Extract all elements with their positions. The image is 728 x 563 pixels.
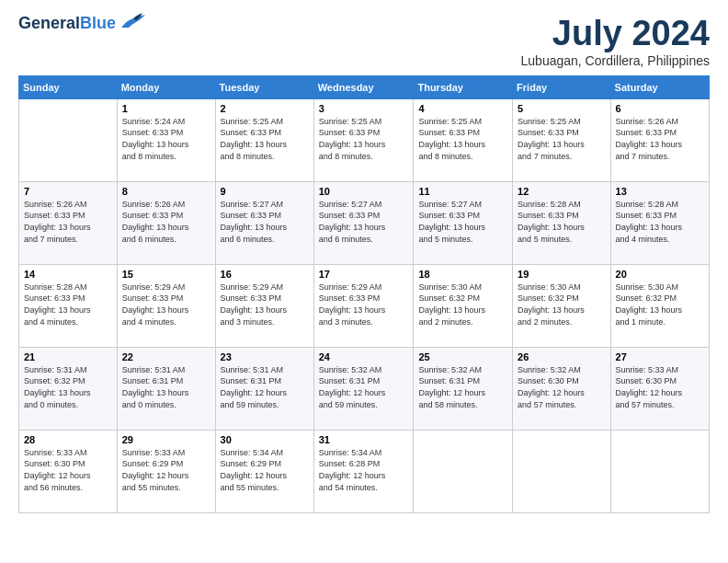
day-info: Sunrise: 5:34 AM Sunset: 6:28 PM Dayligh… <box>319 447 409 493</box>
calendar-body: 1Sunrise: 5:24 AM Sunset: 6:33 PM Daylig… <box>19 98 710 512</box>
calendar-cell: 25Sunrise: 5:32 AM Sunset: 6:31 PM Dayli… <box>414 347 513 430</box>
day-number: 30 <box>221 434 309 445</box>
calendar-cell: 22Sunrise: 5:31 AM Sunset: 6:31 PM Dayli… <box>117 347 215 430</box>
day-info: Sunrise: 5:31 AM Sunset: 6:31 PM Dayligh… <box>122 364 210 410</box>
logo-bird-icon <box>119 11 147 31</box>
calendar-cell: 10Sunrise: 5:27 AM Sunset: 6:33 PM Dayli… <box>313 181 414 264</box>
calendar-cell: 20Sunrise: 5:30 AM Sunset: 6:32 PM Dayli… <box>610 264 709 347</box>
calendar-cell <box>19 98 118 181</box>
calendar-cell: 9Sunrise: 5:27 AM Sunset: 6:33 PM Daylig… <box>215 181 313 264</box>
day-number: 28 <box>24 434 112 445</box>
day-info: Sunrise: 5:25 AM Sunset: 6:33 PM Dayligh… <box>518 116 605 162</box>
calendar-header: SundayMondayTuesdayWednesdayThursdayFrid… <box>19 75 710 98</box>
calendar-table: SundayMondayTuesdayWednesdayThursdayFrid… <box>18 75 710 513</box>
calendar-cell: 12Sunrise: 5:28 AM Sunset: 6:33 PM Dayli… <box>513 181 610 264</box>
header-row: SundayMondayTuesdayWednesdayThursdayFrid… <box>19 75 710 98</box>
calendar-week-3: 21Sunrise: 5:31 AM Sunset: 6:32 PM Dayli… <box>19 347 710 430</box>
calendar-cell: 21Sunrise: 5:31 AM Sunset: 6:32 PM Dayli… <box>19 347 118 430</box>
day-number: 5 <box>518 103 605 114</box>
main-title: July 2024 <box>521 15 710 53</box>
header-cell-sunday: Sunday <box>19 75 118 98</box>
calendar-cell <box>610 430 709 512</box>
day-info: Sunrise: 5:27 AM Sunset: 6:33 PM Dayligh… <box>221 199 309 245</box>
calendar-cell: 18Sunrise: 5:30 AM Sunset: 6:32 PM Dayli… <box>414 264 513 347</box>
header-cell-saturday: Saturday <box>610 75 709 98</box>
calendar-cell <box>414 430 513 512</box>
calendar-cell: 6Sunrise: 5:26 AM Sunset: 6:33 PM Daylig… <box>610 98 709 181</box>
day-number: 6 <box>616 103 704 114</box>
calendar-cell: 17Sunrise: 5:29 AM Sunset: 6:33 PM Dayli… <box>313 264 414 347</box>
logo-general: General <box>18 14 80 32</box>
day-number: 26 <box>518 351 605 362</box>
day-number: 17 <box>319 269 409 280</box>
day-info: Sunrise: 5:30 AM Sunset: 6:32 PM Dayligh… <box>616 282 704 327</box>
subtitle: Lubuagan, Cordillera, Philippines <box>521 53 710 68</box>
day-info: Sunrise: 5:29 AM Sunset: 6:33 PM Dayligh… <box>221 282 309 327</box>
day-info: Sunrise: 5:28 AM Sunset: 6:33 PM Dayligh… <box>616 199 704 245</box>
title-section: July 2024 Lubuagan, Cordillera, Philippi… <box>521 15 710 68</box>
calendar-cell: 7Sunrise: 5:26 AM Sunset: 6:33 PM Daylig… <box>19 181 118 264</box>
day-info: Sunrise: 5:34 AM Sunset: 6:29 PM Dayligh… <box>221 447 309 493</box>
day-number: 10 <box>319 186 409 197</box>
day-info: Sunrise: 5:26 AM Sunset: 6:33 PM Dayligh… <box>122 199 210 245</box>
header-cell-thursday: Thursday <box>414 75 513 98</box>
day-number: 4 <box>418 103 507 114</box>
day-number: 8 <box>122 186 210 197</box>
day-number: 23 <box>221 351 309 362</box>
day-info: Sunrise: 5:31 AM Sunset: 6:32 PM Dayligh… <box>24 364 112 410</box>
day-number: 24 <box>319 351 409 362</box>
calendar-cell: 19Sunrise: 5:30 AM Sunset: 6:32 PM Dayli… <box>513 264 610 347</box>
calendar-week-4: 28Sunrise: 5:33 AM Sunset: 6:30 PM Dayli… <box>19 430 710 512</box>
day-info: Sunrise: 5:33 AM Sunset: 6:29 PM Dayligh… <box>122 447 210 493</box>
day-info: Sunrise: 5:25 AM Sunset: 6:33 PM Dayligh… <box>221 116 309 162</box>
day-info: Sunrise: 5:25 AM Sunset: 6:33 PM Dayligh… <box>319 116 409 162</box>
day-number: 16 <box>221 269 309 280</box>
day-info: Sunrise: 5:28 AM Sunset: 6:33 PM Dayligh… <box>518 199 605 245</box>
page: GeneralBlue July 2024 Lubuagan, Cordille… <box>0 0 728 563</box>
day-number: 13 <box>616 186 704 197</box>
day-info: Sunrise: 5:32 AM Sunset: 6:31 PM Dayligh… <box>418 364 507 410</box>
day-number: 20 <box>616 269 704 280</box>
day-number: 9 <box>221 186 309 197</box>
calendar-cell: 3Sunrise: 5:25 AM Sunset: 6:33 PM Daylig… <box>313 98 414 181</box>
logo-text: GeneralBlue <box>18 15 116 31</box>
logo: GeneralBlue <box>18 15 147 31</box>
calendar-cell: 24Sunrise: 5:32 AM Sunset: 6:31 PM Dayli… <box>313 347 414 430</box>
day-info: Sunrise: 5:28 AM Sunset: 6:33 PM Dayligh… <box>24 282 112 327</box>
calendar-cell: 1Sunrise: 5:24 AM Sunset: 6:33 PM Daylig… <box>117 98 215 181</box>
day-number: 15 <box>122 269 210 280</box>
day-info: Sunrise: 5:25 AM Sunset: 6:33 PM Dayligh… <box>418 116 507 162</box>
header-cell-wednesday: Wednesday <box>313 75 414 98</box>
day-info: Sunrise: 5:26 AM Sunset: 6:33 PM Dayligh… <box>24 199 112 245</box>
day-number: 25 <box>418 351 507 362</box>
day-info: Sunrise: 5:31 AM Sunset: 6:31 PM Dayligh… <box>221 364 309 410</box>
day-info: Sunrise: 5:27 AM Sunset: 6:33 PM Dayligh… <box>319 199 409 245</box>
header-cell-tuesday: Tuesday <box>215 75 313 98</box>
day-number: 11 <box>418 186 507 197</box>
header: GeneralBlue July 2024 Lubuagan, Cordille… <box>18 15 710 68</box>
day-info: Sunrise: 5:30 AM Sunset: 6:32 PM Dayligh… <box>418 282 507 327</box>
day-info: Sunrise: 5:27 AM Sunset: 6:33 PM Dayligh… <box>418 199 507 245</box>
calendar-cell: 4Sunrise: 5:25 AM Sunset: 6:33 PM Daylig… <box>414 98 513 181</box>
calendar-cell: 31Sunrise: 5:34 AM Sunset: 6:28 PM Dayli… <box>313 430 414 512</box>
day-number: 12 <box>518 186 605 197</box>
calendar-cell: 28Sunrise: 5:33 AM Sunset: 6:30 PM Dayli… <box>19 430 118 512</box>
day-number: 22 <box>122 351 210 362</box>
calendar-week-1: 7Sunrise: 5:26 AM Sunset: 6:33 PM Daylig… <box>19 181 710 264</box>
day-number: 7 <box>24 186 112 197</box>
calendar-cell: 16Sunrise: 5:29 AM Sunset: 6:33 PM Dayli… <box>215 264 313 347</box>
day-number: 31 <box>319 434 409 445</box>
calendar-week-0: 1Sunrise: 5:24 AM Sunset: 6:33 PM Daylig… <box>19 98 710 181</box>
day-number: 27 <box>616 351 704 362</box>
day-number: 18 <box>418 269 507 280</box>
day-info: Sunrise: 5:33 AM Sunset: 6:30 PM Dayligh… <box>616 364 704 410</box>
day-number: 14 <box>24 269 112 280</box>
day-number: 21 <box>24 351 112 362</box>
calendar-cell: 26Sunrise: 5:32 AM Sunset: 6:30 PM Dayli… <box>513 347 610 430</box>
calendar-cell: 30Sunrise: 5:34 AM Sunset: 6:29 PM Dayli… <box>215 430 313 512</box>
day-number: 3 <box>319 103 409 114</box>
calendar-cell: 29Sunrise: 5:33 AM Sunset: 6:29 PM Dayli… <box>117 430 215 512</box>
day-info: Sunrise: 5:30 AM Sunset: 6:32 PM Dayligh… <box>518 282 605 327</box>
day-info: Sunrise: 5:33 AM Sunset: 6:30 PM Dayligh… <box>24 447 112 493</box>
header-cell-friday: Friday <box>513 75 610 98</box>
